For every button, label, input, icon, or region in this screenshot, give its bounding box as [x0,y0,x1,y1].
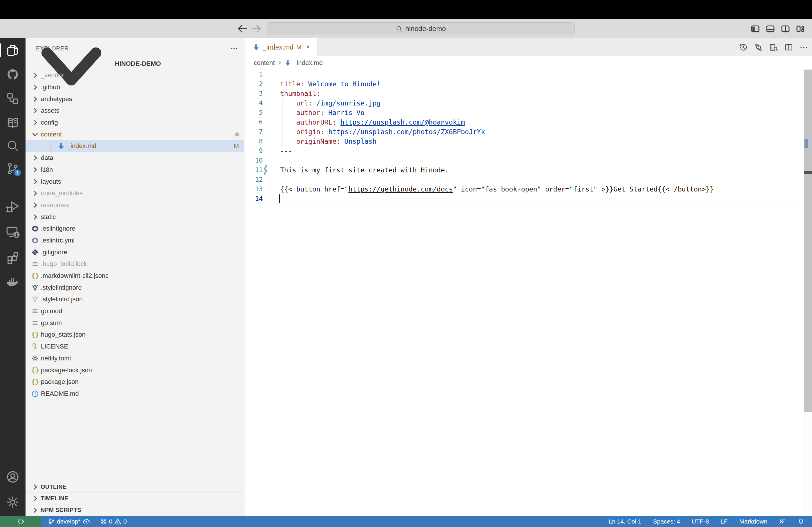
tree-item-README.md[interactable]: README.md [26,388,244,400]
toggle-panel-icon[interactable] [766,24,775,33]
tree-item-go.mod[interactable]: go.mod [26,305,244,317]
activity-explorer-icon[interactable] [6,43,20,57]
forward-arrow[interactable] [250,23,262,34]
toggle-secondary-sidebar-icon[interactable] [781,24,790,33]
tree-item-.eslintrc.yml[interactable]: .eslintrc.yml [26,235,244,246]
activity-github-icon[interactable] [6,67,20,81]
editor-scrollbar-thumb[interactable] [804,70,812,412]
activity-docker-icon[interactable] [6,275,20,289]
tree-item-i18n[interactable]: i18n [26,164,244,176]
tree-item-assets[interactable]: assets [26,105,244,117]
activity-docs-book-icon[interactable] [6,116,20,130]
open-preview-icon[interactable] [769,43,778,51]
code-line-14[interactable]: 14 [245,194,812,204]
tree-item-data[interactable]: data [26,152,244,164]
code-line-11[interactable]: 11This is my first site created with Hin… [245,165,812,175]
activity-run-and-debug-icon[interactable] [6,200,20,213]
open-changes-icon[interactable] [754,43,763,51]
back-arrow[interactable] [237,23,248,34]
status-branch[interactable]: develop* [45,516,92,527]
close-icon[interactable]: × [304,43,311,51]
code-line-2[interactable]: 2title: Welcome to Hinode! [245,79,812,89]
customize-layout-icon[interactable] [796,24,805,33]
activity-extensions-icon[interactable] [6,250,20,264]
tree-root-hinode-demo[interactable]: HINODE-DEMO [26,58,244,70]
code-line-7[interactable]: 7 origin: https://unsplash.com/photos/ZX… [245,127,812,136]
code-line-10[interactable]: 10 [245,155,812,165]
status-eol[interactable]: LF [718,516,731,527]
command-center-search[interactable]: hinode-demo [267,22,575,35]
breadcrumb-item[interactable]: content [254,59,275,66]
tree-item-content[interactable]: content [26,129,244,140]
tree-item-resources[interactable]: resources [26,199,244,211]
code-line-13[interactable]: 13{{< button href="https://gethinode.com… [245,184,812,194]
status-language-mode[interactable]: Markdown [736,516,770,527]
code-line-1[interactable]: 1--- [245,70,812,79]
tree-item-.stylelintrc.json[interactable]: .stylelintrc.json [26,293,244,305]
token: {{< button href=" [280,185,348,193]
activity-remote-explorer-icon[interactable] [6,225,20,239]
code-line-4[interactable]: 4 url: /img/sunrise.jpg [245,98,812,108]
toggle-primary-sidebar-icon[interactable] [751,24,760,33]
tree-item-label: .markdownlint-cli2.jsonc [41,272,109,280]
tree-item-package-lock.json[interactable]: {}package-lock.json [26,364,244,376]
tree-item-layouts[interactable]: layouts [26,176,244,187]
tree-item-go.sum[interactable]: go.sum [26,317,244,329]
code-line-9[interactable]: 9--- [245,146,812,155]
tab-index-md[interactable]: _index.md M × [245,38,317,56]
line-number: 10 [245,157,263,164]
tree-item-static[interactable]: static [26,211,244,223]
gutter-glyph-margin [263,194,280,203]
activity-hierarchy-icon[interactable] [6,92,20,105]
gutter-glyph-margin [263,155,280,165]
panel-timeline[interactable]: TIMELINE [26,493,244,504]
panel-outline[interactable]: OUTLINE [26,481,244,493]
tree-item-label: resources [41,201,69,209]
activity-search-icon[interactable] [6,139,20,153]
tree-item-.gitignore[interactable]: .gitignore [26,246,244,258]
tree-item-_index.md[interactable]: _index.mdM [26,140,244,152]
tree-item-.hugo_build.lock[interactable]: .hugo_build.lock [26,258,244,270]
indent-guide [282,98,282,146]
tree-item-netlify.toml[interactable]: netlify.toml [26,352,244,364]
activity-accounts-icon[interactable] [6,470,20,484]
tree-item-hugo_stats.json[interactable]: {}hugo_stats.json [26,329,244,341]
code-line-12[interactable]: 12 [245,175,812,184]
tree-item-.markdownlint-cli2.jsonc[interactable]: {}.markdownlint-cli2.jsonc [26,270,244,282]
code-line-5[interactable]: 5 author: Harris Vo [245,108,812,117]
remote-indicator[interactable] [0,516,42,527]
code-editor[interactable]: 1---2title: Welcome to Hinode!3thumbnail… [245,70,812,516]
tree-item-_vendor[interactable]: _vendor [26,70,244,81]
tree-item-label: node_modules [41,190,83,197]
tree-item-.stylelintignore[interactable]: .stylelintignore [26,282,244,293]
more-actions-icon[interactable] [230,45,238,51]
chevron-right-icon [31,119,39,126]
code-line-8[interactable]: 8 originName: Unsplash [245,136,812,146]
status-encoding[interactable]: UTF-8 [689,516,712,527]
status-problems[interactable]: 00 [97,516,130,527]
tree-item-config[interactable]: config [26,117,244,129]
activity-settings-icon[interactable] [6,495,20,509]
tree-item-archetypes[interactable]: archetypes [26,93,244,105]
more-actions-icon[interactable] [799,43,808,51]
split-editor-icon[interactable] [784,43,793,51]
title-bar: hinode-demo [0,19,812,38]
status-feedback[interactable] [776,516,789,527]
token: url: [280,100,312,107]
code-line-6[interactable]: 6 authorURL: https://unsplash.com/@hoanv… [245,117,812,127]
tree-item-.github[interactable]: .github [26,81,244,93]
tree-item-.eslintignore[interactable]: .eslintignore [26,223,244,235]
status-indentation[interactable]: Spaces: 4 [650,516,683,527]
status-notifications[interactable] [795,516,807,527]
tree-item-LICENSE[interactable]: LICENSE [26,341,244,352]
panel-label: NPM SCRIPTS [41,507,81,513]
tree-item-package.json[interactable]: {}package.json [26,376,244,388]
lines-icon [31,260,39,268]
code-line-3[interactable]: 3thumbnail: [245,89,812,98]
timeline-history-icon[interactable] [739,43,748,51]
activity-source-control-icon[interactable]: 1 [6,162,20,176]
tree-item-node_modules[interactable]: node_modules [26,187,244,199]
status-cursor-position[interactable]: Ln 14, Col 1 [606,516,644,527]
panel-npm-scripts[interactable]: NPM SCRIPTS [26,504,244,516]
breadcrumb-item[interactable]: _index.md [293,59,323,66]
